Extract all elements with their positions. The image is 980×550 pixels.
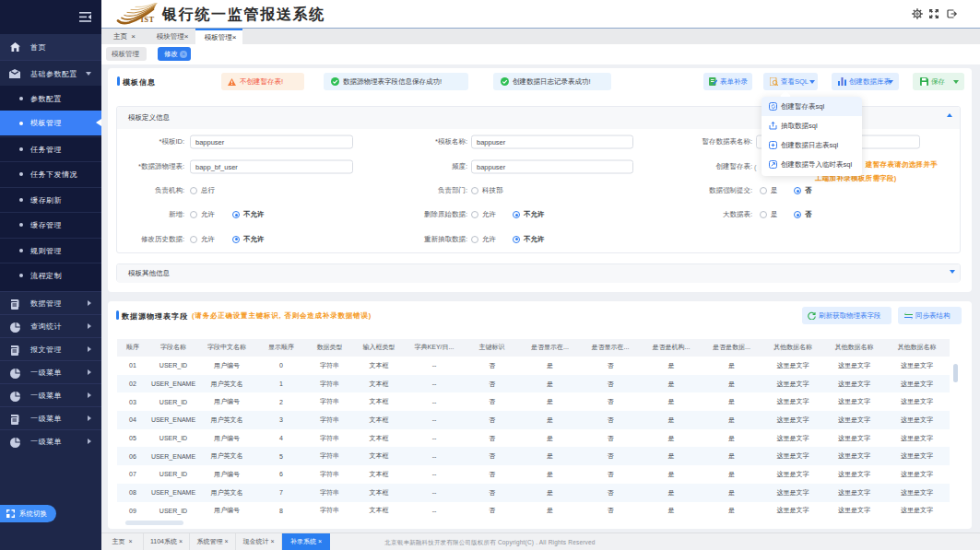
svg-text:IST: IST (141, 15, 155, 24)
